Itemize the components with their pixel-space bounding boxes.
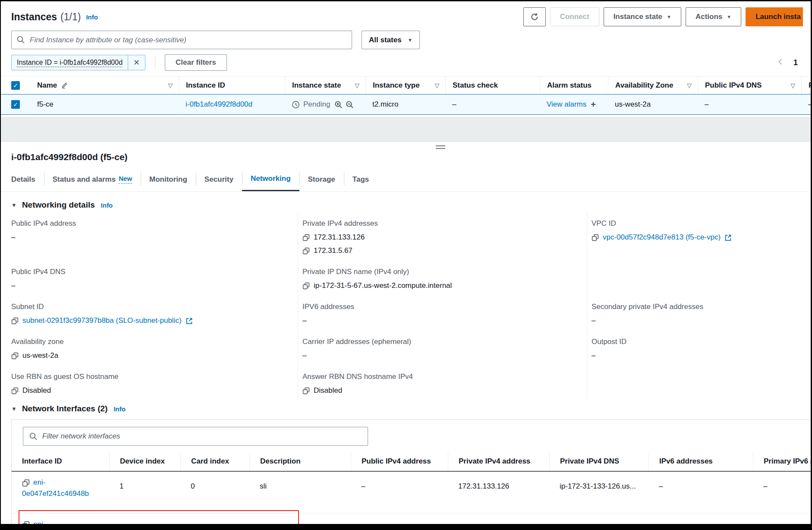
- interface-id-link[interactable]: eni-078ac2579c0ca77dd: [22, 520, 90, 524]
- col-card-index[interactable]: Card index: [180, 452, 249, 471]
- copy-icon[interactable]: [22, 479, 30, 487]
- vpc-id-link[interactable]: vpc-00d57f2c948d7e813 (f5-ce-vpc): [603, 233, 721, 242]
- resize-handle[interactable]: [436, 145, 445, 149]
- add-alarm-icon[interactable]: +: [591, 100, 596, 110]
- previous-page-icon[interactable]: [777, 58, 783, 67]
- ipv6-value: –: [648, 517, 753, 524]
- col-public-ipv4-dns[interactable]: Public IPv4 DNS: [705, 81, 762, 90]
- pagination: 1: [777, 58, 798, 67]
- field-label: Secondary private IPv4 addresses: [592, 303, 802, 311]
- filter-icon[interactable]: ▽: [355, 82, 359, 89]
- col-alarm-status[interactable]: Alarm status: [540, 76, 608, 94]
- copy-icon[interactable]: [302, 282, 310, 290]
- collapse-triangle-icon[interactable]: ▼: [11, 202, 17, 208]
- card-index-value: 0: [180, 517, 249, 524]
- subnet-id-link[interactable]: subnet-0291f3c997397b8ba (SLO-subnet-pub…: [22, 316, 182, 325]
- divider: [155, 57, 155, 69]
- copy-icon[interactable]: [592, 234, 599, 241]
- edit-name-icon[interactable]: [61, 82, 69, 89]
- instance-count: (1/1): [60, 11, 81, 23]
- state-filter-dropdown[interactable]: All states ▼: [362, 31, 420, 49]
- copy-icon[interactable]: [302, 234, 310, 241]
- col-status-check[interactable]: Status check: [445, 76, 540, 94]
- field-label: Answer RBN DNS hostname IPv4: [302, 372, 578, 381]
- select-all-checkbox[interactable]: ✓: [11, 81, 20, 90]
- col-availability-zone[interactable]: Availability Zone: [615, 81, 673, 90]
- tab-storage[interactable]: Storage: [299, 167, 344, 191]
- section-title: Network Interfaces (2): [22, 404, 108, 413]
- copy-icon[interactable]: [11, 352, 19, 360]
- tab-tags[interactable]: Tags: [344, 167, 378, 191]
- connect-button[interactable]: Connect: [550, 7, 599, 26]
- launch-instances-button[interactable]: Launch insta: [746, 7, 803, 26]
- refresh-button[interactable]: [523, 7, 546, 26]
- col-ipv6-addresses[interactable]: IPv6 addresses: [648, 452, 753, 471]
- filter-icon[interactable]: ▽: [168, 82, 173, 89]
- field-label: Public IPv4 address: [11, 219, 289, 228]
- view-alarms-link[interactable]: View alarms: [547, 100, 586, 109]
- search-input[interactable]: [11, 31, 352, 49]
- instance-state-dropdown[interactable]: Instance state▼: [604, 7, 681, 26]
- tab-security[interactable]: Security: [196, 167, 242, 191]
- col-primary-ipv6[interactable]: Primary IPv6 add: [753, 452, 811, 471]
- interfaces-info-link[interactable]: Info: [113, 405, 126, 413]
- field-label: IPV6 addresses: [302, 303, 578, 311]
- filter-icon[interactable]: ▽: [687, 82, 692, 89]
- interface-filter-input[interactable]: [23, 427, 368, 446]
- interface-id-link[interactable]: eni-0e047ef241c46948b: [22, 478, 89, 498]
- col-name[interactable]: Name: [37, 81, 57, 90]
- col-public-ipv4[interactable]: Public IPv4 address: [351, 452, 448, 471]
- tab-networking[interactable]: Networking: [242, 167, 299, 191]
- field-label: Availability zone: [11, 338, 289, 346]
- new-badge: New: [119, 175, 132, 184]
- detail-title: i-0fb1afc4992f8d00d (f5-ce): [1, 142, 811, 162]
- networking-info-link[interactable]: Info: [101, 202, 113, 209]
- external-link-icon[interactable]: [724, 234, 732, 241]
- instance-id-link[interactable]: i-0fb1afc4992f8d00d: [186, 100, 252, 109]
- col-cut-off[interactable]: P: [801, 76, 811, 94]
- zoom-in-icon[interactable]: [334, 101, 342, 108]
- field-label: VPC ID: [592, 219, 802, 228]
- col-private-ipv4-dns[interactable]: Private IPv4 DNS: [549, 452, 648, 471]
- instances-table-header: ✓ Name ▽ Instance ID Instance state▽ Ins…: [1, 76, 811, 94]
- field-label: Public IPv4 DNS: [11, 268, 289, 276]
- public-ipv4-value: –: [351, 517, 448, 524]
- remove-filter-button[interactable]: ✕: [128, 55, 145, 70]
- row-checkbox[interactable]: ✓: [11, 100, 20, 109]
- col-instance-id[interactable]: Instance ID: [179, 76, 285, 94]
- copy-icon[interactable]: [22, 521, 30, 524]
- col-interface-id[interactable]: Interface ID: [12, 452, 109, 471]
- instance-state-label: Instance state: [614, 13, 662, 21]
- table-row: eni-078ac2579c0ca77dd 0 0 slo – 172.31.5…: [12, 513, 811, 524]
- col-device-index[interactable]: Device index: [109, 452, 180, 471]
- external-link-icon[interactable]: [186, 317, 193, 325]
- instances-info-link[interactable]: Info: [86, 13, 98, 21]
- actions-dropdown[interactable]: Actions▼: [686, 7, 741, 26]
- tab-details[interactable]: Details: [1, 167, 44, 191]
- public-ipv4-value: –: [351, 475, 448, 491]
- col-private-ipv4[interactable]: Private IPv4 address: [448, 452, 549, 471]
- tab-status-and-alarms[interactable]: Status and alarmsNew: [44, 167, 141, 191]
- clear-filters-button[interactable]: Clear filters: [165, 54, 227, 71]
- collapse-triangle-icon[interactable]: ▼: [11, 406, 17, 412]
- page-number[interactable]: 1: [793, 58, 798, 67]
- tab-monitoring[interactable]: Monitoring: [141, 167, 196, 191]
- pending-clock-icon: [292, 101, 300, 109]
- filter-icon[interactable]: ▽: [434, 82, 439, 89]
- col-instance-state[interactable]: Instance state: [292, 81, 341, 90]
- copy-icon[interactable]: [302, 247, 310, 255]
- copy-icon[interactable]: [11, 317, 19, 325]
- table-row[interactable]: ✓ f5-ce i-0fb1afc4992f8d00d Pending t2.m…: [1, 94, 811, 115]
- device-index-value: 0: [109, 517, 180, 524]
- zoom-out-icon[interactable]: [346, 101, 353, 108]
- private-ipv4-2: 172.31.5.67: [314, 246, 352, 255]
- copy-icon[interactable]: [302, 387, 310, 394]
- panel-split-bar[interactable]: [1, 117, 811, 142]
- copy-icon[interactable]: [11, 387, 19, 394]
- col-instance-type[interactable]: Instance type: [373, 81, 420, 90]
- search-icon: [29, 432, 37, 442]
- filter-icon[interactable]: ▽: [790, 82, 795, 89]
- device-index-value: 1: [109, 475, 180, 491]
- col-description[interactable]: Description: [249, 452, 351, 471]
- primary-ipv6-value: –: [753, 517, 811, 524]
